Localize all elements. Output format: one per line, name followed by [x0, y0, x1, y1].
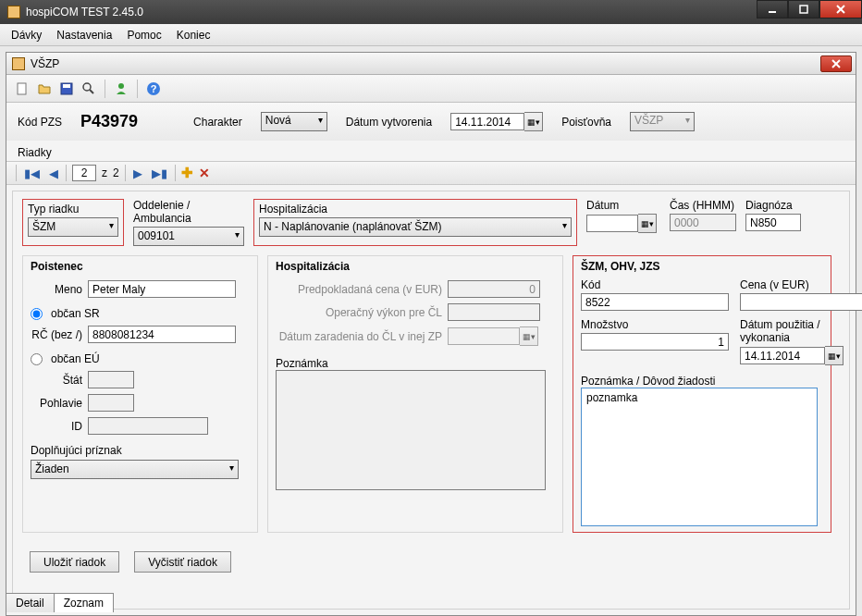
- oddelenie-combo[interactable]: 009101: [133, 227, 244, 246]
- new-icon[interactable]: [12, 79, 32, 99]
- obcan-eu-radio[interactable]: [31, 353, 43, 365]
- nav-z: z: [102, 166, 107, 179]
- doplnujuci-label: Doplňujúci príznak: [31, 444, 250, 457]
- charakter-label: Charakter: [193, 116, 242, 129]
- diagnoza-input[interactable]: [745, 214, 801, 231]
- minimize-button[interactable]: [757, 0, 788, 18]
- obcan-eu-label: občan EÚ: [51, 352, 100, 365]
- datum-input[interactable]: [586, 215, 638, 232]
- nav-delete-icon[interactable]: ✕: [199, 166, 210, 180]
- meno-input[interactable]: [88, 280, 236, 298]
- poistovna-label: Poisťovňa: [561, 116, 611, 129]
- stat-input: [88, 371, 134, 388]
- ulozit-button[interactable]: Uložiť riadok: [30, 551, 119, 573]
- close-button[interactable]: [819, 0, 862, 18]
- maximize-button[interactable]: [788, 0, 819, 18]
- nav-first-icon[interactable]: ▮◀: [22, 166, 42, 180]
- predp-cena-label: Predpokladaná cena (v EUR): [276, 283, 442, 296]
- obcan-sr-label: občan SR: [51, 307, 100, 320]
- diagnoza-label: Diagnóza: [745, 199, 801, 212]
- inner-titlebar: VŠZP: [6, 53, 856, 75]
- header-row: Kód PZS P43979 Charakter Nová Dátum vytv…: [6, 103, 856, 141]
- nav-next-icon[interactable]: ▶: [131, 166, 144, 180]
- szm-mnozstvo-input[interactable]: [581, 333, 729, 351]
- svg-point-9: [83, 83, 91, 91]
- outer-title: hospiCOM TEST 2.45.0: [26, 6, 143, 18]
- user-icon[interactable]: [111, 79, 131, 99]
- cas-label: Čas (HHMM): [670, 199, 736, 212]
- calendar-icon[interactable]: ▦▾: [638, 214, 657, 233]
- inner-close-button[interactable]: [820, 55, 852, 72]
- nav-prev-icon[interactable]: ◀: [47, 166, 60, 180]
- datum-zar-label: Dátum zaradenia do ČL v inej ZP: [276, 330, 442, 343]
- toolbar: ?: [6, 75, 856, 103]
- datum-vytvorenia-picker[interactable]: ▦▾: [450, 112, 543, 131]
- menu-nastavenia[interactable]: Nastavenia: [49, 26, 119, 44]
- stat-label: Štát: [31, 374, 82, 387]
- szm-datum-pouzitia-input[interactable]: [740, 347, 825, 364]
- szm-poznamka-textarea[interactable]: [581, 388, 818, 526]
- typ-riadku-group: Typ riadku ŠZM: [22, 199, 124, 246]
- szm-cena-input[interactable]: [740, 293, 862, 311]
- datum-vytvorenia-label: Dátum vytvorenia: [346, 116, 432, 129]
- rc-input[interactable]: [88, 326, 236, 343]
- nav-add-icon[interactable]: ✚: [181, 165, 193, 181]
- op-vykon-label: Operačný výkon pre ČL: [276, 306, 442, 319]
- cas-input[interactable]: [670, 214, 736, 231]
- datum-picker[interactable]: ▦▾: [586, 214, 660, 233]
- id-input: [88, 417, 208, 435]
- app-icon: [7, 6, 20, 18]
- rc-label: RČ (bez /): [31, 328, 82, 341]
- nav-last-icon[interactable]: ▶▮: [150, 166, 169, 180]
- typ-riadku-label: Typ riadku: [28, 203, 118, 216]
- vycistit-button[interactable]: Vyčistiť riadok: [134, 551, 231, 573]
- hosp-poznamka-label: Poznámka: [276, 357, 555, 370]
- datum-label: Dátum: [586, 199, 660, 212]
- szm-title: ŠZM, OHV, JZS: [581, 260, 823, 273]
- obcan-sr-radio[interactable]: [31, 308, 43, 320]
- oddelenie-label: Oddelenie / Ambulancia: [133, 199, 244, 225]
- nav-page-input[interactable]: [72, 165, 96, 181]
- op-vykon-input: [448, 303, 540, 321]
- szm-kod-input[interactable]: [581, 293, 729, 311]
- hospitalizacia-label: Hospitalizácia: [259, 203, 572, 216]
- svg-line-10: [90, 90, 93, 93]
- pohlavie-input: [88, 394, 134, 412]
- id-label: ID: [31, 420, 82, 433]
- tab-zoznam[interactable]: Zoznam: [54, 593, 114, 612]
- datum-zar-input: [448, 327, 520, 345]
- inner-app-icon: [12, 57, 25, 70]
- nav-bar: ▮◀ ◀ z 2 ▶ ▶▮ ✚ ✕: [6, 161, 856, 185]
- poistovna-combo[interactable]: VŠZP: [630, 112, 695, 131]
- predp-cena-input: [448, 280, 540, 298]
- poistenec-title: Poistenec: [31, 260, 250, 273]
- riadky-label: Riadky: [6, 141, 856, 161]
- typ-riadku-combo[interactable]: ŠZM: [28, 217, 118, 237]
- open-icon[interactable]: [34, 79, 55, 99]
- svg-rect-8: [63, 84, 70, 88]
- outer-titlebar: hospiCOM TEST 2.45.0: [0, 0, 862, 24]
- svg-rect-6: [18, 83, 26, 94]
- charakter-combo[interactable]: Nová: [261, 112, 327, 131]
- pohlavie-label: Pohlavie: [31, 397, 82, 410]
- menu-pomoc[interactable]: Pomoc: [119, 26, 168, 44]
- help-icon[interactable]: ?: [143, 79, 164, 99]
- szm-poznamka-label: Poznámka / Dôvod žiadosti: [581, 375, 823, 388]
- hospitalizacia-group: Hospitalizácia N - Naplánovanie (napláno…: [253, 199, 577, 246]
- calendar-icon[interactable]: ▦▾: [825, 346, 844, 365]
- menu-davky[interactable]: Dávky: [4, 26, 49, 44]
- szm-kod-label: Kód: [581, 278, 729, 291]
- hosp-poznamka-textarea: [276, 370, 546, 490]
- doplnujuci-combo[interactable]: Žiaden: [31, 460, 239, 479]
- datum-vytvorenia-input[interactable]: [450, 113, 524, 130]
- save-icon[interactable]: [56, 79, 77, 99]
- menu-koniec[interactable]: Koniec: [169, 26, 218, 44]
- szm-mnozstvo-label: Množstvo: [581, 318, 729, 331]
- search-icon[interactable]: [79, 79, 99, 99]
- szm-cena-label: Cena (v EUR): [740, 278, 862, 291]
- calendar-icon[interactable]: ▦▾: [524, 112, 543, 131]
- hospitalizacia-combo[interactable]: N - Naplánovanie (naplánovať ŠZM): [259, 217, 572, 237]
- calendar-icon: ▦▾: [520, 326, 538, 346]
- tab-detail[interactable]: Detail: [6, 593, 55, 612]
- kod-pzs-label: Kód PZS: [18, 116, 62, 129]
